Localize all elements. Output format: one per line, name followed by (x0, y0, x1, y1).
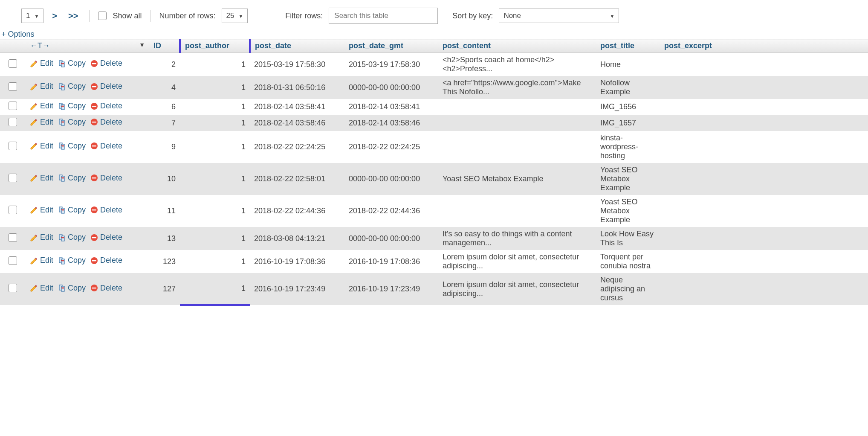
row-checkbox[interactable] (9, 82, 17, 91)
nav-last-button[interactable]: >> (66, 11, 81, 21)
delete-label: Delete (100, 174, 122, 183)
table-row: EditCopyDelete612018-02-14 03:58:412018-… (0, 99, 868, 115)
edit-button[interactable]: Edit (30, 102, 53, 110)
page-select[interactable]: 1 (21, 9, 43, 23)
delete-button[interactable]: Delete (90, 256, 122, 265)
cell-post-title: Home (596, 53, 660, 76)
cell-post-excerpt (660, 99, 868, 115)
cell-post-content (438, 131, 596, 163)
edit-button[interactable]: Edit (30, 142, 53, 151)
edit-button[interactable]: Edit (30, 174, 53, 183)
edit-button[interactable]: Edit (30, 206, 53, 215)
cell-post-excerpt (660, 76, 868, 99)
row-checkbox[interactable] (9, 102, 17, 110)
cell-post-date-gmt: 0000-00-00 00:00:00 (344, 163, 438, 195)
svg-rect-19 (92, 145, 96, 146)
edit-button[interactable]: Edit (30, 59, 53, 68)
cell-post-date: 2016-10-19 17:08:36 (250, 250, 344, 273)
copy-button[interactable]: Copy (58, 59, 86, 68)
copy-button[interactable]: Copy (58, 142, 86, 151)
caret-down-icon (34, 12, 39, 20)
cell-post-title: Neque adipiscing an cursus (596, 273, 660, 305)
edit-label: Edit (40, 284, 53, 293)
edit-button[interactable]: Edit (30, 82, 53, 91)
cell-post-date-gmt: 2018-02-14 03:58:46 (344, 115, 438, 131)
copy-label: Copy (68, 82, 86, 91)
cell-post-content: <h2>Sports coach at home</h2> <h2>Profes… (438, 53, 596, 76)
row-checkbox[interactable] (9, 174, 17, 182)
svg-rect-35 (92, 260, 96, 261)
cell-post-title: kinsta-wordpress-hosting (596, 131, 660, 163)
search-input[interactable] (329, 8, 438, 24)
row-actions: EditCopyDelete (26, 99, 149, 115)
copy-button[interactable]: Copy (58, 256, 86, 265)
col-post-date[interactable]: post_date (250, 39, 344, 53)
cell-post-excerpt (660, 115, 868, 131)
cell-post-title: Yoast SEO Metabox Example (596, 195, 660, 227)
data-table: ←T→ ▼ ID post_author post_date post_date… (0, 39, 868, 306)
num-rows-select[interactable]: 25 (222, 9, 248, 23)
sort-by-key-select[interactable]: None (499, 9, 619, 23)
copy-button[interactable]: Copy (58, 82, 86, 91)
copy-button[interactable]: Copy (58, 174, 86, 183)
edit-button[interactable]: Edit (30, 284, 53, 293)
delete-button[interactable]: Delete (90, 102, 122, 110)
delete-button[interactable]: Delete (90, 118, 122, 127)
col-post-title[interactable]: post_title (596, 39, 660, 53)
delete-button[interactable]: Delete (90, 174, 122, 183)
edit-button[interactable]: Edit (30, 118, 53, 127)
copy-button[interactable]: Copy (58, 102, 86, 110)
options-toggle[interactable]: + Options (0, 30, 35, 38)
cell-post-date: 2018-02-14 03:58:41 (250, 99, 344, 115)
nav-next-button[interactable]: > (49, 11, 60, 21)
table-row: EditCopyDelete12312016-10-19 17:08:36201… (0, 250, 868, 273)
copy-button[interactable]: Copy (58, 118, 86, 127)
col-post-content[interactable]: post_content (438, 39, 596, 53)
delete-button[interactable]: Delete (90, 82, 122, 91)
sort-indicator-icon[interactable]: ▼ (136, 41, 145, 48)
svg-rect-23 (92, 177, 96, 178)
delete-button[interactable]: Delete (90, 284, 122, 293)
row-actions: EditCopyDelete (26, 53, 149, 76)
col-post-date-gmt[interactable]: post_date_gmt (344, 39, 438, 53)
row-checkbox[interactable] (9, 59, 17, 68)
col-post-author[interactable]: post_author (180, 39, 250, 53)
fulltext-icon[interactable]: ←T→ (30, 41, 50, 50)
edit-button[interactable]: Edit (30, 256, 53, 265)
row-actions: EditCopyDelete (26, 115, 149, 131)
row-checkbox[interactable] (9, 284, 17, 292)
table-row: EditCopyDelete12712016-10-19 17:23:49201… (0, 273, 868, 305)
svg-rect-15 (92, 122, 96, 122)
copy-label: Copy (68, 102, 86, 110)
cell-post-content (438, 195, 596, 227)
delete-button[interactable]: Delete (90, 206, 122, 215)
row-checkbox[interactable] (9, 206, 17, 214)
copy-button[interactable]: Copy (58, 233, 86, 242)
cell-post-date-gmt: 2018-02-22 02:24:25 (344, 131, 438, 163)
cell-post-title: Nofollow Example (596, 76, 660, 99)
copy-label: Copy (68, 256, 86, 265)
sort-by-key-value: None (503, 12, 521, 20)
caret-down-icon (238, 12, 243, 20)
row-checkbox[interactable] (9, 118, 17, 126)
cell-post-excerpt (660, 53, 868, 76)
copy-button[interactable]: Copy (58, 284, 86, 293)
show-all-checkbox[interactable] (98, 12, 107, 20)
svg-rect-31 (92, 237, 96, 238)
copy-label: Copy (68, 142, 86, 151)
svg-rect-3 (92, 63, 96, 64)
copy-button[interactable]: Copy (58, 206, 86, 215)
delete-button[interactable]: Delete (90, 233, 122, 242)
row-checkbox[interactable] (9, 233, 17, 242)
row-checkbox[interactable] (9, 142, 17, 150)
edit-button[interactable]: Edit (30, 233, 53, 242)
delete-button[interactable]: Delete (90, 59, 122, 68)
delete-button[interactable]: Delete (90, 142, 122, 151)
edit-label: Edit (40, 256, 53, 265)
row-checkbox[interactable] (9, 256, 17, 265)
edit-label: Edit (40, 118, 53, 127)
divider (150, 10, 150, 22)
col-id[interactable]: ID (149, 39, 180, 53)
row-actions: EditCopyDelete (26, 76, 149, 99)
col-post-excerpt[interactable]: post_excerpt (660, 39, 868, 53)
